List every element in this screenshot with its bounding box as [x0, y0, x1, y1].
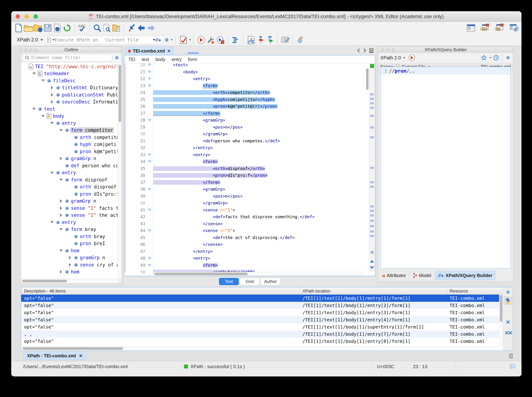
- tab-xpath-xquery-builder[interactable]: //★XPath/XQuery Builder: [435, 271, 495, 280]
- fold-toggle-icon[interactable]: [146, 84, 153, 87]
- code-line[interactable]: 32 </entry>: [124, 144, 366, 151]
- expand-icon[interactable]: [58, 270, 64, 274]
- outline-tree-item[interactable]: fileDesc: [21, 77, 118, 84]
- clean-up-icon[interactable]: [295, 35, 305, 45]
- mode-button-author[interactable]: Author: [261, 278, 280, 285]
- next-match-icon[interactable]: [370, 267, 374, 269]
- overview-ruler[interactable]: ✕: [369, 63, 375, 272]
- outline-tree-item[interactable]: gramGrp n: [21, 198, 118, 205]
- match-marker-icon[interactable]: [370, 181, 374, 183]
- fold-toggle-icon[interactable]: [146, 188, 153, 190]
- expand-icon[interactable]: [49, 100, 55, 104]
- prev-match-icon[interactable]: [370, 260, 374, 262]
- outline-tree-item[interactable]: pron k@m"petit@(r: [21, 148, 118, 155]
- result-row[interactable]: opt="false"/TEI[1]/text[1]/body[1]/super…: [21, 323, 499, 330]
- breadcrumb-item-body[interactable]: body: [155, 57, 165, 62]
- outline-tree-item[interactable]: sense cry of an as: [21, 261, 118, 268]
- outline-vertical-scrollbar[interactable]: [118, 63, 121, 279]
- expand-icon[interactable]: [58, 199, 64, 203]
- close-results-icon[interactable]: ✕: [79, 353, 82, 359]
- match-marker-icon[interactable]: [370, 235, 374, 237]
- breadcrumb-item-TEI[interactable]: TEI: [128, 57, 135, 62]
- outline-settings-gear-icon[interactable]: [114, 55, 120, 61]
- xpath-input-combo[interactable]: Execute XPath on 'Current File' //★: [45, 36, 163, 44]
- fold-toggle-icon[interactable]: [146, 229, 153, 232]
- close-tab-icon[interactable]: ✕: [167, 49, 171, 54]
- outline-tree-item[interactable]: orth competitor: [21, 134, 118, 141]
- code-line[interactable]: 30 </gramGrp>: [124, 130, 366, 137]
- code-line[interactable]: 39 <pos>n</pos>: [124, 193, 366, 200]
- outline-tree-item[interactable]: teiHeader: [21, 70, 118, 77]
- favorites-star-icon[interactable]: [481, 55, 487, 61]
- find-in-files-icon[interactable]: [102, 23, 112, 33]
- outline-tree-item[interactable]: orth disproof: [21, 183, 118, 191]
- outline-tree-item[interactable]: pron breI: [21, 240, 118, 247]
- mode-button-text[interactable]: Text: [219, 278, 239, 285]
- match-marker-icon[interactable]: [370, 115, 374, 117]
- code-line[interactable]: 20 <text>: [124, 63, 366, 68]
- save-icon[interactable]: [43, 23, 53, 33]
- xpath-version-select[interactable]: XPath 2.0: [17, 37, 38, 43]
- editor-tab[interactable]: TEI-combo.xml ✕: [125, 47, 174, 55]
- outline-tree-item[interactable]: form bray: [21, 226, 118, 233]
- validate-icon[interactable]: [178, 35, 188, 45]
- fold-toggle-icon[interactable]: [146, 64, 153, 66]
- match-marker-icon[interactable]: [370, 205, 374, 207]
- remove-all-results-icon[interactable]: ✕✕: [504, 329, 512, 337]
- expand-icon[interactable]: [49, 93, 55, 97]
- editor-horizontal-scrollbar[interactable]: [154, 272, 364, 276]
- collapse-icon[interactable]: [40, 80, 46, 82]
- expand-icon[interactable]: [58, 157, 64, 160]
- match-marker-icon[interactable]: [370, 98, 374, 100]
- xpath-panel-header[interactable]: XPath/XQuery Builder: [378, 47, 513, 53]
- code-line[interactable]: 42 <def>facts that disprove something.</…: [124, 213, 366, 220]
- result-row[interactable]: , ,/TEI[1]/text[1]/body[1]/entry[7]/form…: [21, 330, 499, 338]
- outline-tree-item[interactable]: entry: [21, 120, 118, 127]
- code-line[interactable]: 44 <sense n="2">: [124, 227, 366, 234]
- back-icon[interactable]: [137, 23, 146, 33]
- remove-result-icon[interactable]: ✕: [504, 318, 512, 326]
- external-tools-icon[interactable]: [206, 35, 216, 45]
- outline-tree-item[interactable]: form disproof: [21, 176, 118, 183]
- associate-schema-icon[interactable]: [246, 35, 256, 45]
- reload-icon[interactable]: [62, 23, 72, 33]
- notifications-icon[interactable]: [510, 361, 515, 372]
- run-transformation-icon[interactable]: [196, 35, 206, 45]
- prev-tab-icon[interactable]: [357, 48, 360, 53]
- code-line[interactable]: 23 <form>: [124, 82, 366, 89]
- code-line[interactable]: 21 <body>: [124, 68, 366, 75]
- next-tab-icon[interactable]: [363, 48, 366, 53]
- fold-toggle-icon[interactable]: [146, 209, 153, 211]
- review-icon[interactable]: [280, 35, 290, 45]
- outline-tree-item[interactable]: form competitor: [21, 127, 118, 134]
- code-line[interactable]: 27 </form>: [124, 110, 366, 117]
- code-line[interactable]: 28 <gramGrp>: [124, 117, 366, 124]
- code-line[interactable]: 41 <sense n="1">: [124, 207, 366, 214]
- history-clock-icon[interactable]: [493, 55, 499, 61]
- debug-icon[interactable]: [216, 35, 225, 45]
- results-view-tab[interactable]: XPath - TEI-combo.xml ✕: [23, 352, 86, 360]
- code-editor[interactable]: 20 <text>21 <body>22 <entry>23 <form>24 …: [124, 63, 375, 276]
- clear-highlights-icon[interactable]: ✕: [370, 250, 374, 255]
- outline-tree-item[interactable]: sourceDesc Information: [21, 99, 118, 105]
- code-line[interactable]: 33 <entry>: [124, 151, 366, 158]
- code-line[interactable]: 31 <def>person who competes.</def>: [124, 137, 366, 144]
- code-line[interactable]: 40 </gramGrp>: [124, 199, 366, 207]
- outline-tree-item[interactable]: orth bray: [21, 233, 118, 240]
- outline-tree-item[interactable]: titleStmt Dictionary sa: [21, 84, 118, 92]
- outline-tree-item[interactable]: entry: [21, 169, 118, 176]
- find-replace-resources-icon[interactable]: [112, 23, 121, 33]
- match-marker-icon[interactable]: [370, 220, 374, 222]
- xpath-builder-icon[interactable]: //★: [155, 37, 161, 43]
- outline-tree-item[interactable]: body: [21, 113, 118, 120]
- code-line[interactable]: 49 <form>: [124, 262, 366, 269]
- code-line[interactable]: 43 </sense>: [124, 220, 366, 227]
- result-row[interactable]: opt="false"/TEI[1]/text[1]/body[1]/entry…: [21, 338, 499, 345]
- result-row[interactable]: opt="false"/TEI[1]/text[1]/body[1]/entry…: [21, 309, 499, 316]
- code-line[interactable]: 26 <pron>k@m"petit@(r)</pron>: [124, 103, 366, 110]
- outline-tree-item[interactable]: hom: [21, 247, 118, 254]
- result-row[interactable]: opt="false"/TEI[1]/text[1]/body[1]/entry…: [21, 302, 499, 309]
- breadcrumb-item-entry[interactable]: entry: [171, 57, 182, 62]
- outline-tree-item[interactable]: publicationStmt Publica: [21, 91, 118, 99]
- match-marker-icon[interactable]: [370, 214, 374, 216]
